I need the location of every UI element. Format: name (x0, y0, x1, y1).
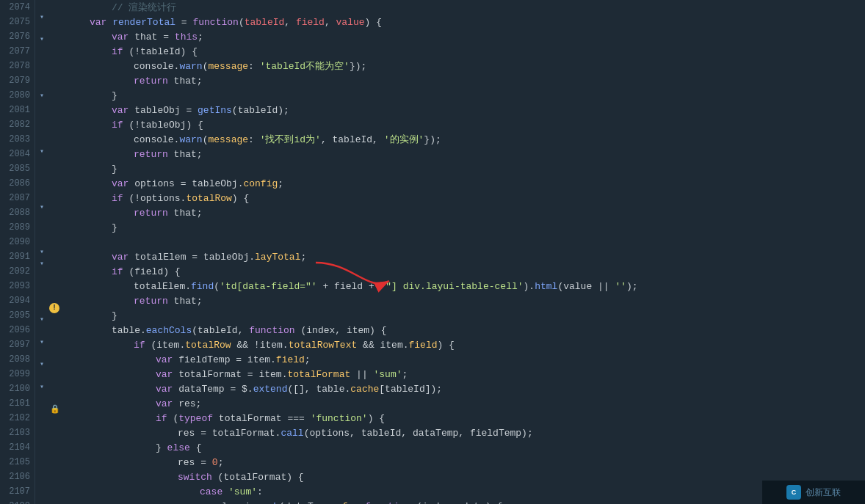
breakpoint-cell[interactable] (48, 202, 62, 213)
breakpoint-cell[interactable] (48, 426, 62, 437)
breakpoint-cell[interactable] (48, 448, 62, 459)
breakpoint-cell[interactable] (48, 112, 62, 123)
token-kw: if (112, 120, 123, 131)
code-line: if (!options.totalRow) { (68, 191, 865, 205)
fold-cell (35, 23, 48, 34)
breakpoint-cell[interactable] (48, 45, 62, 56)
breakpoint-column[interactable]: !🔒 (48, 0, 62, 504)
breakpoint-cell[interactable] (48, 213, 62, 224)
line-number: 2107 (0, 484, 35, 499)
breakpoint-cell[interactable] (48, 470, 62, 481)
line-number: 2093 (0, 279, 35, 293)
breakpoint-cell[interactable] (48, 313, 62, 324)
breakpoint-cell[interactable] (48, 414, 62, 426)
breakpoint-cell[interactable] (48, 481, 62, 492)
breakpoint-cell[interactable] (48, 459, 62, 470)
breakpoint-cell[interactable] (48, 0, 62, 11)
code-line: var renderTotal = function(tableId, fiel… (68, 15, 865, 29)
line-gutter: 2074207520762077207820792080208120822083… (0, 0, 35, 504)
fold-cell[interactable]: ▾ (35, 202, 48, 213)
token-param: tableId (245, 17, 285, 28)
breakpoint-cell[interactable] (48, 168, 62, 179)
token-kw: function (249, 325, 294, 336)
token-plain: } (112, 90, 117, 101)
fold-cell[interactable]: ▾ (35, 336, 48, 347)
line-number: 2089 (0, 220, 35, 235)
code-line: return that; (68, 293, 865, 308)
token-param: field (296, 17, 325, 28)
token-plain: console. (134, 134, 179, 145)
breakpoint-cell[interactable]: ! (48, 302, 62, 313)
fold-cell (35, 235, 48, 246)
token-plain: res = (178, 457, 212, 468)
token-plain: that; (174, 296, 203, 307)
fold-cell[interactable]: ▾ (35, 90, 48, 101)
token-plain: res; (178, 398, 201, 409)
token-plain: (index, data) { (411, 501, 503, 505)
line-number: 2082 (0, 117, 35, 132)
breakpoint-cell[interactable] (48, 359, 62, 370)
breakpoint-cell[interactable] (48, 246, 62, 258)
line-number: 2077 (0, 44, 35, 59)
line-number: 2076 (0, 29, 35, 44)
breakpoint-cell[interactable] (48, 179, 62, 190)
fold-cell[interactable]: ▾ (35, 258, 48, 269)
breakpoint-cell[interactable] (48, 90, 62, 101)
breakpoint-cell[interactable] (48, 101, 62, 112)
breakpoint-cell[interactable] (48, 67, 62, 78)
token-prop: cache (350, 384, 379, 395)
token-plain: (tableId); (232, 105, 289, 116)
breakpoint-cell[interactable] (48, 437, 62, 448)
breakpoint-cell[interactable] (48, 224, 62, 235)
token-fn: find (191, 281, 214, 292)
breakpoint-cell[interactable] (48, 157, 62, 168)
breakpoint-cell[interactable]: 🔒 (48, 403, 62, 414)
line-number: 2078 (0, 59, 35, 73)
token-num: 0 (212, 457, 218, 468)
fold-cell[interactable]: ▾ (35, 359, 48, 370)
fold-cell[interactable]: ▾ (35, 313, 48, 324)
breakpoint-cell[interactable] (48, 34, 62, 45)
breakpoint-cell[interactable] (48, 145, 62, 156)
fold-cell[interactable]: ▾ (35, 145, 48, 156)
breakpoint-cell[interactable] (48, 56, 62, 67)
fold-cell (35, 134, 48, 145)
breakpoint-cell[interactable] (48, 493, 62, 504)
line-number: 2092 (0, 264, 35, 279)
token-kw: if (156, 413, 167, 424)
fold-cell[interactable]: ▾ (35, 381, 48, 392)
breakpoint-cell[interactable] (48, 258, 62, 269)
code-line: totalElem.find('td[data-field="' + field… (68, 279, 865, 293)
fold-column[interactable]: ▾▾▾▾▾▾▾▾▾▾▾ (35, 0, 48, 504)
breakpoint-cell[interactable] (48, 291, 62, 302)
code-line: console.warn(message: '找不到id为', tableId,… (68, 132, 865, 147)
breakpoint-cell[interactable] (48, 11, 62, 22)
breakpoint-cell[interactable] (48, 336, 62, 347)
token-plain: ) { (368, 413, 385, 424)
fold-cell[interactable]: ▾ (35, 11, 48, 22)
breakpoint-cell[interactable] (48, 23, 62, 34)
breakpoint-cell[interactable] (48, 235, 62, 246)
token-plain: ) { (365, 17, 382, 28)
breakpoint-cell[interactable] (48, 392, 62, 403)
breakpoint-cell[interactable] (48, 78, 62, 90)
breakpoint-cell[interactable] (48, 280, 62, 291)
breakpoint-cell[interactable] (48, 123, 62, 134)
code-line: var that = this; (68, 29, 865, 44)
breakpoint-cell[interactable] (48, 370, 62, 381)
line-number: 2096 (0, 323, 35, 337)
code-content: // 渲染统计行var renderTotal = function(table… (62, 0, 865, 504)
breakpoint-cell[interactable] (48, 325, 62, 336)
fold-cell (35, 179, 48, 190)
breakpoint-cell[interactable] (48, 269, 62, 280)
token-kw: var (90, 17, 112, 28)
breakpoint-cell[interactable] (48, 191, 62, 202)
fold-cell (35, 157, 48, 168)
token-plain: console. (134, 61, 179, 72)
fold-cell[interactable]: ▾ (35, 246, 48, 258)
fold-cell[interactable]: ▾ (35, 34, 48, 45)
code-line: } else { (68, 440, 865, 455)
breakpoint-cell[interactable] (48, 381, 62, 392)
breakpoint-cell[interactable] (48, 347, 62, 358)
breakpoint-cell[interactable] (48, 134, 62, 145)
